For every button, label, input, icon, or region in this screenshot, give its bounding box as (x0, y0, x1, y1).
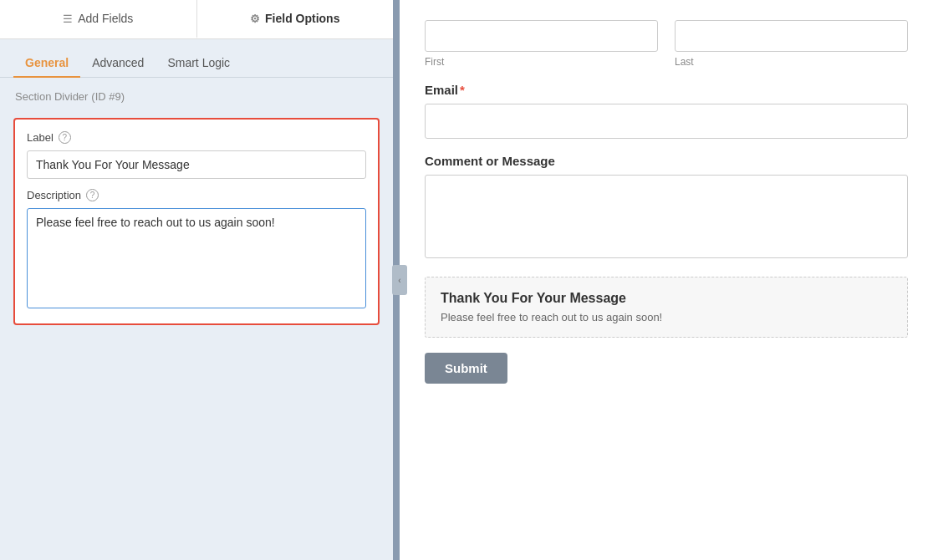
comment-label: Comment or Message (425, 154, 908, 168)
submit-button[interactable]: Submit (425, 353, 507, 384)
tab-field-options[interactable]: ⚙ Field Options (197, 0, 394, 38)
tab-general[interactable]: General (13, 49, 80, 78)
email-label: Email* (425, 83, 908, 97)
tab-advanced[interactable]: Advanced (80, 49, 156, 78)
description-text: Description (27, 189, 81, 201)
first-label: First (425, 56, 658, 68)
field-options-box: Label ? Description ? Please feel free t… (13, 118, 380, 325)
label-input[interactable] (27, 150, 366, 179)
label-help-icon[interactable]: ? (59, 131, 71, 144)
add-fields-label: Add Fields (78, 12, 133, 25)
tabs-header: ☰ Add Fields ⚙ Field Options (0, 0, 393, 39)
collapse-handle[interactable]: ‹ (392, 265, 407, 295)
field-options-label: Field Options (265, 12, 339, 25)
first-name-col: First (425, 20, 658, 68)
right-panel: First Last Email* Comment or Message Tha… (400, 0, 933, 560)
label-row: Label ? (27, 131, 366, 144)
comment-textarea[interactable] (425, 175, 908, 258)
add-fields-icon: ☰ (63, 13, 73, 25)
section-divider-heading: Thank You For Your Message (441, 291, 892, 306)
field-options-body: Label ? Description ? Please feel free t… (0, 111, 393, 560)
description-help-icon[interactable]: ? (86, 189, 99, 201)
last-name-col: Last (675, 20, 908, 68)
email-section: Email* (425, 83, 908, 139)
description-row: Description ? (27, 189, 366, 201)
section-divider-description: Please feel free to reach out to us agai… (441, 311, 892, 323)
chevron-icon: ‹ (398, 276, 400, 285)
left-panel: ☰ Add Fields ⚙ Field Options General Adv… (0, 0, 393, 560)
tab-smart-logic[interactable]: Smart Logic (156, 49, 242, 78)
last-name-input[interactable] (675, 20, 908, 52)
field-options-icon: ⚙ (250, 13, 260, 25)
description-textarea[interactable]: Please feel free to reach out to us agai… (27, 208, 366, 308)
name-row: First Last (425, 20, 908, 68)
last-label: Last (675, 56, 908, 68)
comment-section: Comment or Message (425, 154, 908, 262)
panel-divider: ‹ (393, 0, 400, 560)
label-text: Label (27, 131, 54, 144)
tab-add-fields[interactable]: ☰ Add Fields (0, 0, 197, 38)
first-name-input[interactable] (425, 20, 658, 52)
email-input[interactable] (425, 104, 908, 139)
section-divider-title: Section Divider (ID #9) (0, 78, 393, 111)
section-divider-block: Thank You For Your Message Please feel f… (425, 277, 908, 338)
sub-tabs: General Advanced Smart Logic (0, 39, 393, 78)
email-required-star: * (460, 83, 465, 97)
